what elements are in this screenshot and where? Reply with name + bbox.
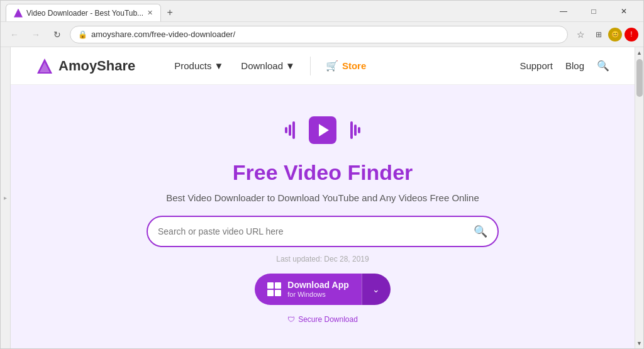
download-btn-sub: for Windows: [287, 291, 348, 298]
products-arrow-icon: ▼: [214, 60, 223, 71]
secure-download-label: 🛡 Secure Download: [287, 315, 358, 324]
extensions-button[interactable]: ⊞: [592, 28, 606, 42]
star-button[interactable]: ☆: [572, 26, 589, 43]
lock-icon: 🔒: [78, 30, 87, 39]
title-bar: Video Downloader - Best YouTub... ✕ + — …: [1, 1, 643, 22]
main-content: AmoyShare Products ▼ Download ▼ 🛒 Store: [11, 47, 635, 348]
address-bar[interactable]: 🔒 amoyshare.com/free-video-downloader/: [70, 26, 568, 43]
close-button[interactable]: ✕: [609, 1, 638, 22]
nav-divider: [310, 57, 311, 75]
wave-bar: [358, 127, 360, 133]
hero-icon: [303, 110, 343, 150]
alert-button[interactable]: !: [625, 28, 638, 42]
sidebar-toggle[interactable]: ▸: [1, 47, 11, 348]
wave-bar: [289, 125, 291, 136]
nav-blog[interactable]: Blog: [565, 60, 584, 71]
secure-text: Secure Download: [298, 315, 358, 324]
search-nav-icon[interactable]: 🔍: [597, 60, 609, 72]
minimize-button[interactable]: —: [549, 1, 578, 22]
nav-actions: ☆ ⊞ 😊 !: [572, 26, 638, 43]
hero-subtitle: Best Video Downloader to Download YouTub…: [166, 192, 479, 203]
scroll-track[interactable]: [635, 58, 643, 338]
nav-store[interactable]: 🛒 Store: [318, 55, 374, 77]
forward-button[interactable]: →: [27, 26, 45, 43]
play-triangle-icon: [319, 124, 329, 136]
left-sound-waves: [285, 121, 295, 139]
window-controls: — □ ✕: [549, 1, 638, 22]
nav-support[interactable]: Support: [519, 60, 553, 71]
browser-tab[interactable]: Video Downloader - Best YouTub... ✕: [6, 4, 161, 21]
scroll-down-button[interactable]: ▼: [635, 338, 644, 348]
wave-bar: [354, 125, 357, 136]
store-label: Store: [342, 60, 366, 71]
download-btn-label: Download App: [287, 280, 348, 291]
new-tab-button[interactable]: +: [161, 4, 179, 21]
nav-right: Support Blog 🔍: [519, 60, 609, 72]
tab-close-button[interactable]: ✕: [147, 9, 153, 17]
tab-title: Video Downloader - Best YouTub...: [26, 9, 143, 18]
nav-download[interactable]: Download ▼: [233, 55, 303, 76]
scroll-thumb[interactable]: [636, 59, 643, 97]
scroll-up-button[interactable]: ▲: [635, 47, 644, 58]
user-avatar-button[interactable]: 😊: [608, 28, 622, 42]
site-nav: AmoyShare Products ▼ Download ▼ 🛒 Store: [11, 47, 635, 85]
download-label: Download: [241, 60, 283, 71]
refresh-button[interactable]: ↻: [48, 26, 66, 43]
wave-bar: [292, 121, 295, 139]
logo-text: AmoyShare: [58, 58, 135, 74]
wave-bar: [285, 127, 287, 133]
wave-bar: [350, 121, 353, 139]
windows-icon: [267, 282, 281, 296]
download-app-button[interactable]: Download App for Windows ⌄: [255, 274, 390, 305]
search-input[interactable]: [158, 226, 467, 236]
hero-title: Free Video Finder: [233, 160, 413, 185]
logo-icon: [36, 57, 53, 75]
url-text: amoyshare.com/free-video-downloader/: [91, 30, 560, 39]
tab-area: Video Downloader - Best YouTub... ✕ +: [6, 1, 549, 21]
site-logo[interactable]: AmoyShare: [36, 57, 135, 75]
scrollbar: ▲ ▼: [635, 47, 643, 348]
nav-products[interactable]: Products ▼: [167, 55, 231, 76]
maximize-button[interactable]: □: [579, 1, 608, 22]
hero-section: Free Video Finder Best Video Downloader …: [11, 85, 635, 348]
search-bar[interactable]: 🔍: [147, 216, 499, 247]
back-button[interactable]: ←: [6, 26, 23, 43]
download-dropdown-button[interactable]: ⌄: [362, 274, 391, 305]
download-arrow-icon: ▼: [286, 60, 295, 71]
download-btn-main[interactable]: Download App for Windows: [255, 274, 361, 305]
last-updated-text: Last updated: Dec 28, 2019: [276, 255, 369, 263]
browser-nav-bar: ← → ↻ 🔒 amoyshare.com/free-video-downloa…: [1, 22, 643, 47]
right-sound-waves: [350, 121, 360, 139]
shield-icon: 🛡: [287, 315, 295, 324]
content-wrapper: ▸ AmoyShare Products ▼ Do: [1, 47, 643, 348]
site-nav-links: Products ▼ Download ▼ 🛒 Store: [167, 55, 374, 77]
tab-favicon-icon: [14, 9, 23, 18]
search-button[interactable]: 🔍: [474, 224, 487, 238]
cart-icon: 🛒: [326, 60, 338, 72]
products-label: Products: [174, 60, 211, 71]
play-button-icon: [309, 116, 336, 144]
